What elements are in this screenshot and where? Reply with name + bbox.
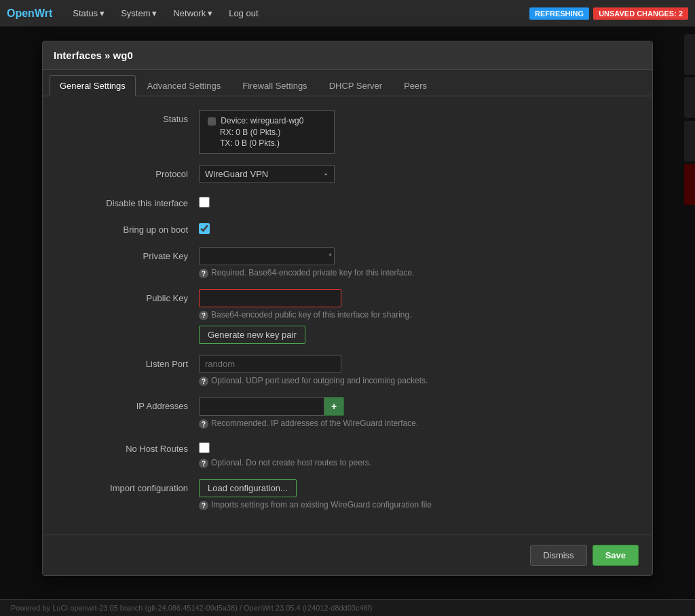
footer-bar: Powered by LuCI openwrt-23.05 branch (gi… [0,599,695,616]
protocol-select[interactable]: WireGuard VPN [199,165,335,183]
private-key-control: * ? Required. Base64-encoded private key… [199,247,632,278]
status-row: Status Device: wireguard-wg0 RX: 0 B (0 … [63,110,632,154]
load-config-button[interactable]: Load configuration... [199,479,297,497]
ip-addresses-input-group: + [199,397,632,416]
protocol-label: Protocol [63,165,199,179]
toggle-visibility-button[interactable]: * [328,252,332,261]
footer-text: Powered by LuCI openwrt-23.05 branch (gi… [11,604,372,612]
bring-up-row: Bring up on boot [63,220,632,236]
protocol-row: Protocol WireGuard VPN [63,165,632,183]
status-control: Device: wireguard-wg0 RX: 0 B (0 Pkts.) … [199,110,632,154]
no-host-routes-row: No Host Routes ? Optional. Do not create… [63,440,632,468]
status-label: Status [63,110,199,124]
protocol-control: WireGuard VPN [199,165,632,183]
nav-system[interactable]: System ▾ [114,4,164,22]
form-body: Status Device: wireguard-wg0 RX: 0 B (0 … [43,96,652,535]
status-box: Device: wireguard-wg0 RX: 0 B (0 Pkts.) … [199,110,335,154]
disable-checkbox[interactable] [199,197,210,208]
chevron-down-icon: ▾ [208,8,212,18]
disable-control [199,194,632,210]
help-icon: ? [199,269,208,278]
refreshing-badge: REFRESHING [529,7,589,20]
disable-row: Disable this interface [63,194,632,210]
modal-footer: Dismiss Save [43,535,652,575]
public-key-help: ? Base64-encoded public key of this inte… [199,310,632,320]
device-icon [208,117,216,126]
private-key-wrapper: * [199,247,335,265]
listen-port-help: ? Optional. UDP port used for outgoing a… [199,376,632,386]
tab-bar: General Settings Advanced Settings Firew… [43,70,652,96]
public-key-input[interactable] [199,289,341,307]
status-rx: RX: 0 B (0 Pkts.) [208,128,326,137]
chevron-down-icon: ▾ [152,8,157,18]
private-key-input[interactable] [199,247,335,265]
save-button[interactable]: Save [593,545,639,566]
private-key-help: ? Required. Base64-encoded private key f… [199,268,632,278]
modal-dialog: Interfaces » wg0 General Settings Advanc… [42,41,653,576]
bring-up-label: Bring up on boot [63,220,199,235]
navbar: OpenWrt Status ▾ System ▾ Network ▾ Log … [0,0,695,27]
listen-port-input[interactable] [199,355,341,373]
no-host-routes-help: ? Optional. Do not create host routes to… [199,458,632,468]
import-config-row: Import configuration Load configuration.… [63,479,632,510]
generate-btn-wrapper: Generate new key pair [199,326,632,344]
ip-addresses-help: ? Recommended. IP addresses of the WireG… [199,419,632,429]
status-tx: TX: 0 B (0 Pkts.) [208,138,326,148]
ip-addresses-label: IP Addresses [63,397,199,411]
listen-port-control: ? Optional. UDP port used for outgoing a… [199,355,632,386]
ip-addresses-input[interactable] [199,397,324,416]
listen-port-row: Listen Port ? Optional. UDP port used fo… [63,355,632,386]
tab-firewall-settings[interactable]: Firewall Settings [232,75,317,96]
modal-header: Interfaces » wg0 [43,41,652,70]
private-key-row: Private Key * ? Required. Base64-encoded… [63,247,632,278]
modal-title: Interfaces » wg0 [54,50,641,61]
status-device: Device: wireguard-wg0 [208,116,326,126]
tab-advanced-settings[interactable]: Advanced Settings [137,75,231,96]
tab-peers[interactable]: Peers [394,75,437,96]
public-key-row: Public Key ? Base64-encoded public key o… [63,289,632,344]
brand-wrt: Wrt [35,7,52,19]
ip-addresses-control: + ? Recommended. IP addresses of the Wir… [199,397,632,429]
help-icon-pk: ? [199,311,208,320]
no-host-routes-control: ? Optional. Do not create host routes to… [199,440,632,468]
nav-logout[interactable]: Log out [222,4,265,22]
public-key-label: Public Key [63,289,199,303]
brand-logo[interactable]: OpenWrt [7,7,52,20]
import-config-label: Import configuration [63,479,199,493]
ip-addresses-row: IP Addresses + ? Recommended. IP address… [63,397,632,429]
disable-label: Disable this interface [63,194,199,208]
tab-general-settings[interactable]: General Settings [50,75,136,96]
help-icon-ip: ? [199,419,208,429]
no-host-routes-label: No Host Routes [63,440,199,454]
brand-open: Open [7,7,35,19]
import-help: ? Imports settings from an existing Wire… [199,500,632,510]
public-key-control: ? Base64-encoded public key of this inte… [199,289,632,344]
add-ip-button[interactable]: + [324,397,344,416]
nav-network[interactable]: Network ▾ [166,4,219,22]
tab-dhcp-server[interactable]: DHCP Server [319,75,393,96]
nav-badges: REFRESHING UNSAVED CHANGES: 2 [529,7,688,20]
bring-up-control [199,220,632,236]
private-key-label: Private Key [63,247,199,261]
dismiss-button[interactable]: Dismiss [530,545,587,566]
help-icon-lp: ? [199,377,208,386]
help-icon-ic: ? [199,501,208,510]
listen-port-label: Listen Port [63,355,199,369]
unsaved-badge: UNSAVED CHANGES: 2 [593,7,688,20]
chevron-down-icon: ▾ [100,8,105,18]
modal-overlay: Interfaces » wg0 General Settings Advanc… [0,27,695,616]
nav-status[interactable]: Status ▾ [66,4,111,22]
generate-keypair-button[interactable]: Generate new key pair [199,326,305,344]
no-host-routes-checkbox[interactable] [199,442,210,453]
help-icon-nhr: ? [199,459,208,468]
bring-up-checkbox[interactable] [199,223,210,234]
import-config-control: Load configuration... ? Imports settings… [199,479,632,510]
